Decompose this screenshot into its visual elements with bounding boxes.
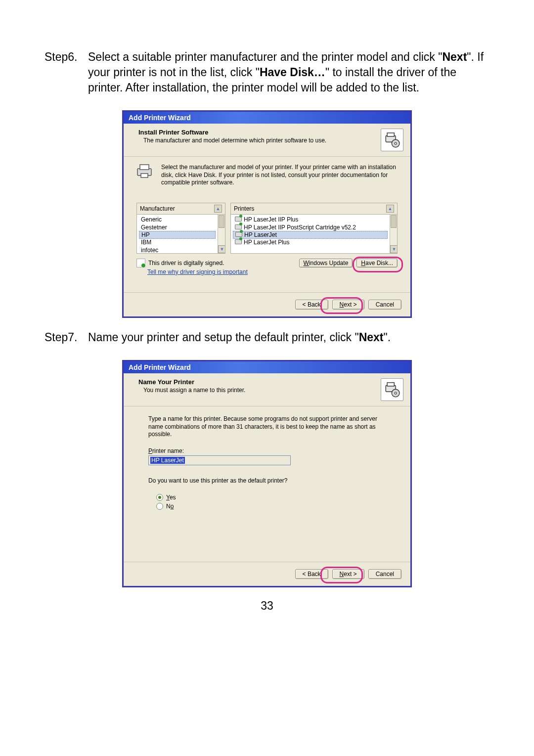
list-item[interactable]: HP: [139, 231, 216, 239]
svg-point-10: [395, 392, 397, 394]
wizard-install-printer-software: Add Printer Wizard Install Printer Softw…: [122, 110, 412, 318]
driver-signing-link[interactable]: Tell me why driver signing is important: [147, 268, 248, 275]
list-item[interactable]: HP LaserJet Plus: [231, 238, 390, 246]
svg-rect-8: [387, 383, 394, 386]
step7-text-post: ".: [384, 331, 391, 344]
step7-block: Step7. Name your printer and setup the d…: [44, 330, 490, 345]
next-button[interactable]: Next >: [332, 569, 364, 579]
printers-list[interactable]: HP LaserJet IIP PlusHP LaserJet IIP Post…: [230, 215, 398, 254]
list-item[interactable]: HP LaserJet: [233, 231, 388, 239]
signed-driver-text: This driver is digitally signed.: [148, 260, 224, 267]
manufacturer-list-header: Manufacturer ▲: [136, 203, 225, 215]
printer-icon: [136, 164, 154, 178]
wizard2-header-title: Name Your Printer: [138, 378, 377, 386]
list-item[interactable]: Gestetner: [137, 223, 218, 231]
printer-cd-icon: [381, 129, 403, 151]
svg-point-3: [395, 142, 397, 144]
scrollbar-thumb[interactable]: [391, 215, 397, 228]
scrollbar-thumb[interactable]: [219, 215, 224, 228]
page-number: 33: [44, 599, 490, 613]
next-button[interactable]: Next >: [332, 300, 364, 310]
list-item[interactable]: HP LaserJet IIP Plus: [231, 216, 390, 223]
printer-signed-icon: [235, 217, 242, 222]
step6-text: Select a suitable printer manufacturer a…: [88, 49, 490, 95]
wizard1-header-title: Install Printer Software: [138, 129, 377, 136]
list-item[interactable]: HP LaserJet IIP PostScript Cartridge v52…: [231, 223, 390, 231]
step7-text-pre: Name your printer and setup the default …: [88, 331, 359, 344]
wizard2-body-msg: Type a name for this printer. Because so…: [148, 415, 391, 439]
back-button[interactable]: < Back: [295, 300, 328, 310]
radio-no[interactable]: No: [148, 503, 391, 510]
scroll-down-icon[interactable]: ▼: [390, 245, 398, 253]
wizard2-header: Name Your Printer You must assign a name…: [124, 373, 410, 406]
wizard2-header-sub: You must assign a name to this printer.: [138, 387, 377, 394]
step6-label: Step6.: [44, 49, 88, 65]
printers-header-label: Printers: [234, 205, 254, 212]
manufacturer-list[interactable]: GenericGestetnerHPIBMinfotec ▼: [136, 215, 225, 254]
list-item[interactable]: Generic: [137, 216, 218, 223]
list-item[interactable]: infotec: [137, 246, 218, 254]
list-item[interactable]: IBM: [137, 238, 218, 246]
default-printer-question: Do you want to use this printer as the d…: [148, 477, 391, 485]
have-disk-button[interactable]: Have Disk...: [356, 259, 398, 267]
printer-name-label: Printer name:: [148, 447, 391, 454]
printer-name-input[interactable]: HP LaserJet: [148, 455, 291, 465]
step6-next-bold: Next: [442, 50, 467, 63]
manufacturer-header-label: Manufacturer: [140, 205, 175, 212]
cancel-button[interactable]: Cancel: [368, 300, 401, 310]
windows-update-button[interactable]: Windows Update: [299, 259, 353, 267]
step6-text-pre: Select a suitable printer manufacturer a…: [88, 50, 442, 63]
scroll-up-icon[interactable]: ▲: [386, 205, 394, 213]
printer-signed-icon: [235, 239, 242, 245]
step6-havedisk-bold: Have Disk…: [260, 66, 325, 79]
svg-rect-1: [387, 133, 394, 136]
signed-driver-icon: [136, 259, 145, 267]
wizard2-title: Add Printer Wizard: [124, 361, 410, 373]
step7-label: Step7.: [44, 330, 88, 345]
step7-next-bold: Next: [359, 331, 384, 344]
printer-cd-icon: [381, 378, 403, 401]
cancel-button[interactable]: Cancel: [368, 569, 401, 579]
wizard1-body-msg: Select the manufacturer and model of you…: [161, 164, 398, 187]
wizard1-header-sub: The manufacturer and model determine whi…: [138, 137, 377, 144]
back-button[interactable]: < Back: [295, 569, 328, 579]
printer-name-value: HP LaserJet: [150, 457, 185, 464]
step7-text: Name your printer and setup the default …: [88, 330, 490, 345]
printer-signed-icon: [235, 232, 242, 238]
radio-yes[interactable]: Yes: [148, 494, 391, 501]
svg-rect-5: [140, 165, 149, 170]
step6-block: Step6. Select a suitable printer manufac…: [44, 49, 490, 95]
wizard1-title: Add Printer Wizard: [124, 112, 410, 124]
scroll-down-icon[interactable]: ▼: [218, 245, 225, 253]
scroll-up-icon[interactable]: ▲: [214, 205, 222, 213]
svg-rect-6: [141, 174, 148, 178]
wizard1-header: Install Printer Software The manufacture…: [124, 124, 410, 157]
printers-list-header: Printers ▲: [230, 203, 398, 215]
wizard-name-your-printer: Add Printer Wizard Name Your Printer You…: [122, 360, 412, 587]
